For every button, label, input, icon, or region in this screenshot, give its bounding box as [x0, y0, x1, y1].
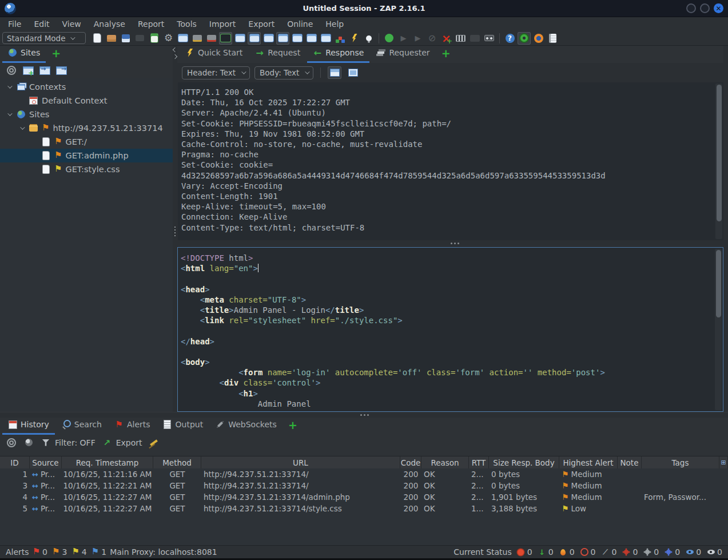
script-console-icon[interactable] [219, 32, 232, 45]
menu-edit[interactable]: Edit [28, 18, 55, 30]
continue-icon[interactable] [411, 32, 424, 45]
open-browser-icon[interactable] [532, 32, 545, 45]
tree-node-get-style-css[interactable]: ⚑GET:style.css [0, 162, 173, 176]
table-options-icon[interactable]: ⊞ [719, 456, 728, 468]
column-header-source[interactable]: Source [30, 456, 62, 468]
collapse-left-icon[interactable] [173, 47, 177, 52]
vertical-splitter[interactable] [173, 46, 177, 412]
history-tab-websockets[interactable]: WebSockets [210, 418, 283, 435]
menu-analyse[interactable]: Analyse [88, 18, 131, 30]
header-scrollbar[interactable] [715, 84, 722, 239]
history-tab-output[interactable]: Output [157, 418, 209, 435]
history-tab-history[interactable]: History [2, 418, 55, 435]
notebook-icon[interactable] [546, 32, 559, 45]
layout-sidebar-icon[interactable] [233, 32, 246, 45]
sites-blocks-icon[interactable] [333, 32, 347, 45]
menu-file[interactable]: File [2, 18, 27, 30]
table-row[interactable]: 5↔Pr...10/16/25, 11:22:27 AMGEThttp://94… [0, 503, 728, 514]
step-icon[interactable] [397, 32, 410, 45]
tabs-split-icon[interactable] [291, 32, 304, 45]
alert-count[interactable]: ⚑1 [92, 547, 106, 557]
column-header-note[interactable]: Note [618, 456, 642, 468]
filter-button[interactable]: Filter: OFF [40, 438, 96, 448]
tabs-rows-icon[interactable] [319, 32, 332, 45]
snapshot-icon[interactable] [133, 32, 146, 45]
menu-view[interactable]: View [57, 18, 87, 30]
tree-node-http-94-237-51-21-33714[interactable]: ⚑http://94.237.51.21:33714 [0, 121, 173, 135]
workspace-tab-response[interactable]: Response [307, 46, 369, 63]
combined-view-toggle[interactable] [346, 66, 360, 79]
splitter-grip[interactable] [174, 227, 176, 237]
history-tab-search[interactable]: Search [56, 418, 108, 435]
response-splitter[interactable] [177, 240, 723, 247]
tabs-visible-icon[interactable] [276, 32, 289, 45]
sites-add-tab-button[interactable]: + [47, 47, 65, 63]
column-header-tags[interactable]: Tags [642, 456, 719, 468]
table-row[interactable]: 1↔Pr...10/16/25, 11:21:16 AMGEThttp://94… [0, 468, 728, 480]
help-icon[interactable] [503, 32, 516, 45]
history-add-tab-button[interactable]: + [284, 419, 302, 435]
import-context-icon[interactable] [39, 65, 50, 76]
tabs-columns-icon[interactable] [305, 32, 318, 45]
expander-icon[interactable] [6, 85, 13, 89]
expander-icon[interactable] [18, 126, 25, 130]
column-header-url[interactable]: URL [201, 456, 400, 468]
menu-online[interactable]: Online [281, 18, 319, 30]
fuzzer-icon[interactable] [454, 32, 467, 45]
export-context-icon[interactable] [55, 65, 67, 76]
bottom-splitter[interactable] [0, 412, 728, 418]
record-icon[interactable] [483, 32, 496, 45]
table-row[interactable]: 4↔Pr...10/16/25, 11:22:27 AMGEThttp://94… [0, 491, 728, 503]
body-scrollbar[interactable] [715, 249, 722, 410]
table-row[interactable]: 3↔Pr...10/16/25, 11:22:21 AMGEThttp://94… [0, 480, 728, 491]
scope-target-icon[interactable] [6, 65, 17, 76]
response-header-pane[interactable]: HTTP/1.1 200 OKDate: Thu, 16 Oct 2025 17… [178, 82, 723, 240]
switch-layout-icon[interactable] [176, 32, 189, 45]
maximize-button[interactable] [700, 3, 710, 13]
break-discard-icon[interactable] [205, 32, 218, 45]
tree-node-sites[interactable]: Sites [0, 108, 173, 121]
sites-filter-icon[interactable] [23, 438, 34, 448]
column-header-size-resp-body[interactable]: Size Resp. Body [489, 456, 559, 468]
expander-icon[interactable] [6, 113, 13, 116]
options-icon[interactable] [162, 32, 175, 45]
tree-node-get-admin-php[interactable]: ⚑GET:admin.php [0, 149, 173, 162]
session-properties-icon[interactable] [148, 32, 161, 45]
menu-import[interactable]: Import [204, 18, 241, 30]
response-body-pane[interactable]: <!DOCTYPE html><html lang="en"> <head> <… [177, 247, 723, 412]
menu-tools[interactable]: Tools [171, 18, 202, 30]
column-header-reason[interactable]: Reason [421, 456, 469, 468]
break-on-icon[interactable] [383, 32, 396, 45]
tree-node-contexts[interactable]: Contexts [0, 80, 173, 94]
active-scan-icon[interactable] [348, 32, 361, 45]
column-header-method[interactable]: Method [153, 456, 201, 468]
column-header-rtt[interactable]: RTT [469, 456, 489, 468]
spider-van-icon[interactable] [468, 32, 482, 45]
export-button[interactable]: Export [101, 438, 142, 448]
workspace-tab-request[interactable]: Request [249, 46, 306, 63]
alert-count[interactable]: ⚑3 [52, 547, 67, 557]
header-view-select[interactable]: Header: Text [182, 66, 250, 80]
tree-node-get-[interactable]: ⚑GET:/ [0, 135, 173, 149]
column-header-code[interactable]: Code [400, 456, 421, 468]
new-session-icon[interactable] [90, 32, 104, 45]
workspace-tab-requester[interactable]: Requester [371, 46, 435, 63]
expand-right-icon[interactable] [173, 54, 177, 59]
column-header-highest-alert[interactable]: Highest Alert [559, 456, 618, 468]
column-header-req-timestamp[interactable]: Req. Timestamp [62, 456, 153, 468]
save-session-icon[interactable] [119, 32, 132, 45]
workspace-tab-quick-start[interactable]: Quick Start [180, 46, 248, 63]
close-button[interactable]: ✕ [714, 3, 723, 13]
tree-node-default-context[interactable]: Default Context [0, 94, 173, 108]
sites-tab-sites[interactable]: Sites [2, 46, 46, 63]
mode-select[interactable]: Standard Mode [2, 32, 86, 44]
layout-bottom-icon[interactable] [248, 32, 261, 45]
break-add-icon[interactable] [440, 32, 453, 45]
open-session-icon[interactable] [105, 32, 118, 45]
menu-help[interactable]: Help [320, 18, 349, 30]
clear-broom-icon[interactable] [148, 438, 160, 448]
layout-maximize-icon[interactable] [262, 32, 275, 45]
alert-count[interactable]: ⚑0 [33, 547, 47, 557]
menu-report[interactable]: Report [132, 18, 170, 30]
scope-target-icon[interactable] [518, 32, 531, 45]
